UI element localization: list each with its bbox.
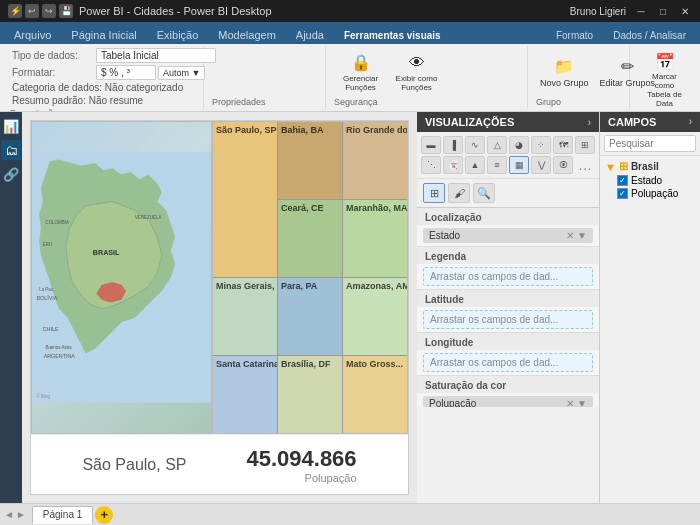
campos-search-input[interactable] bbox=[604, 135, 696, 152]
viz-icon-table[interactable]: ⊞ bbox=[575, 136, 595, 154]
status-values: 45.094.866 Polupação bbox=[246, 446, 356, 484]
viz-icon-treemap[interactable]: ▦ bbox=[509, 156, 529, 174]
treemap-label-ce: Ceará, CE bbox=[281, 203, 324, 213]
tab-dados[interactable]: Dados / Analisar bbox=[603, 27, 696, 44]
title-bar: ⚡ ↩ ↪ 💾 Power BI - Cidades - Power BI De… bbox=[0, 0, 700, 22]
tab-modelagem[interactable]: Modelagem bbox=[208, 26, 285, 44]
latitude-drop[interactable]: Arrastar os campos de dad... bbox=[423, 310, 593, 329]
viz-icon-slicer[interactable]: ≡ bbox=[487, 156, 507, 174]
nav-data[interactable]: 🗂 bbox=[1, 140, 21, 160]
nav-report[interactable]: 📊 bbox=[1, 116, 21, 136]
status-number: 45.094.866 bbox=[246, 446, 356, 472]
treemap-cell-am: Amazonas, AM bbox=[343, 278, 407, 355]
ribbon-group-formatacao: Tipo de dados: Tabela Inicial Formatar: … bbox=[4, 46, 204, 109]
localizacao-field[interactable]: Estado ✕ ▼ bbox=[423, 228, 593, 243]
campos-cb-polupacao[interactable]: ✓ bbox=[617, 188, 628, 199]
viz-icon-pie[interactable]: ◕ bbox=[509, 136, 529, 154]
marcar-tabela-button[interactable]: 📅 Marcar como Tabela de Data bbox=[638, 48, 691, 110]
viz-icon-more[interactable]: … bbox=[575, 156, 595, 174]
exibir-como-button[interactable]: 👁 Exibir como Funções bbox=[390, 50, 443, 94]
tab-ferramentas[interactable]: Ferramentas visuais bbox=[334, 27, 451, 44]
ribbon-tabs: Arquivo Página Inicial Exibição Modelage… bbox=[0, 22, 700, 44]
viz-icon-scatter[interactable]: ⁘ bbox=[531, 136, 551, 154]
saturacao-label: Saturação da cor bbox=[417, 376, 599, 393]
legenda-label: Legenda bbox=[417, 247, 599, 264]
campos-group-brasil: ▼ ⊞ Brasil ✓ Estado ✓ Polupação bbox=[603, 159, 697, 200]
viz-and-campos: VISUALIZAÇÕES › ▬ ▐ ∿ △ ◕ ⁘ 🗺 ⊞ ⋱ 🃏 ▲ ≡ bbox=[417, 112, 700, 503]
svg-text:La Paz,: La Paz, bbox=[39, 287, 54, 292]
campos-title: CAMPOS bbox=[608, 116, 656, 128]
campos-cb-estado[interactable]: ✓ bbox=[617, 175, 628, 186]
minimize-button[interactable]: ─ bbox=[634, 4, 648, 18]
nav-left[interactable]: ◄ bbox=[4, 509, 14, 520]
nav-right[interactable]: ► bbox=[16, 509, 26, 520]
title-bar-right: Bruno Ligieri ─ □ ✕ bbox=[570, 4, 692, 18]
saturacao-field[interactable]: Polupação ✕ ▼ bbox=[423, 396, 593, 407]
viz-icon-map[interactable]: 🗺 bbox=[553, 136, 573, 154]
treemap-label-mt: Mato Gross... bbox=[346, 359, 403, 369]
viz-prop-fields[interactable]: ⊞ bbox=[423, 183, 445, 203]
longitude-drop[interactable]: Arrastar os campos de dad... bbox=[423, 353, 593, 372]
svg-text:CHILE: CHILE bbox=[43, 326, 59, 332]
campos-item-polupacao[interactable]: ✓ Polupação bbox=[603, 187, 697, 200]
legenda-drop[interactable]: Arrastar os campos de dad... bbox=[423, 267, 593, 286]
latitude-section: Latitude Arrastar os campos de dad... bbox=[417, 290, 599, 333]
tipo-dados-dropdown[interactable]: Tabela Inicial bbox=[96, 48, 216, 63]
campos-item-estado[interactable]: ✓ Estado bbox=[603, 174, 697, 187]
tab-formato[interactable]: Formato bbox=[546, 27, 603, 44]
treemap-cell-df: Brasília, DF bbox=[278, 356, 342, 433]
viz-icon-bar[interactable]: ▬ bbox=[421, 136, 441, 154]
nav-model[interactable]: 🔗 bbox=[1, 164, 21, 184]
localizacao-remove[interactable]: ✕ ▼ bbox=[566, 230, 587, 241]
ribbon-toolbar: Tipo de dados: Tabela Inicial Formatar: … bbox=[0, 44, 700, 112]
viz-icon-matrix[interactable]: ⋱ bbox=[421, 156, 441, 174]
formatar-auto[interactable]: Autom ▼ bbox=[158, 66, 205, 80]
viz-icon-card[interactable]: 🃏 bbox=[443, 156, 463, 174]
viz-prop-format[interactable]: 🖌 bbox=[448, 183, 470, 203]
treemap-label-sc: Santa Catarina, SC bbox=[216, 359, 277, 369]
tab-arquivo[interactable]: Arquivo bbox=[4, 26, 61, 44]
viz-icon-area[interactable]: △ bbox=[487, 136, 507, 154]
title-bar-icons: ⚡ ↩ ↪ 💾 bbox=[8, 4, 73, 18]
treemap-label-rn: Rio Grande do N... bbox=[346, 125, 407, 135]
treemap-cell-ce: Ceará, CE bbox=[278, 200, 342, 277]
campos-arrow[interactable]: › bbox=[689, 116, 692, 128]
saturacao-remove[interactable]: ✕ ▼ bbox=[566, 398, 587, 407]
formatar-value[interactable]: $ % , ³ bbox=[96, 65, 156, 80]
exibir-icon: 👁 bbox=[406, 52, 428, 74]
viz-panel-arrow[interactable]: › bbox=[588, 117, 591, 128]
campos-group-brasil-header[interactable]: ▼ ⊞ Brasil bbox=[603, 159, 697, 174]
viz-icon-line[interactable]: ∿ bbox=[465, 136, 485, 154]
viz-icon-col[interactable]: ▐ bbox=[443, 136, 463, 154]
viz-icon-funnel[interactable]: ⋁ bbox=[531, 156, 551, 174]
campos-label-estado: Estado bbox=[631, 175, 662, 186]
undo-button[interactable]: ↩ bbox=[25, 4, 39, 18]
treemap-cell-ma: Maranhão, MA bbox=[343, 200, 407, 277]
campos-group-name: Brasil bbox=[631, 161, 659, 172]
gerenciar-funcoes-button[interactable]: 🔒 Gerenciar Funções bbox=[334, 50, 387, 94]
viz-prop-analytics[interactable]: 🔍 bbox=[473, 183, 495, 203]
save-button[interactable]: 💾 bbox=[59, 4, 73, 18]
title-bar-left: ⚡ ↩ ↪ 💾 Power BI - Cidades - Power BI De… bbox=[8, 4, 272, 18]
tab-ajuda[interactable]: Ajuda bbox=[286, 26, 334, 44]
visualizations-title: VISUALIZAÇÕES bbox=[425, 116, 514, 128]
viz-icon-gauge[interactable]: ⦿ bbox=[553, 156, 573, 174]
redo-button[interactable]: ↪ bbox=[42, 4, 56, 18]
novo-grupo-label: Novo Grupo bbox=[540, 78, 589, 88]
treemap-cell-mg: Minas Gerais, MG bbox=[213, 278, 277, 355]
treemap-visual[interactable]: São Paulo, SP Bahia, BA Rio Grande do N.… bbox=[212, 121, 408, 434]
categoria-label: Categoria de dados: Não categorizado bbox=[12, 82, 183, 93]
nav-arrows: ◄ ► bbox=[4, 509, 26, 520]
add-page-button[interactable]: + bbox=[95, 506, 113, 524]
viz-icon-kpi[interactable]: ▲ bbox=[465, 156, 485, 174]
treemap-label-sp: São Paulo, SP bbox=[216, 125, 277, 135]
tab-inicial[interactable]: Página Inicial bbox=[61, 26, 146, 44]
map-visual[interactable]: BRASIL COLOMBIA ERU La Paz, BOLÍVIA CHIL… bbox=[31, 121, 212, 434]
formatar-row: Formatar: $ % , ³ Autom ▼ bbox=[12, 65, 216, 80]
page-tab-1[interactable]: Página 1 bbox=[32, 506, 93, 524]
tab-exibicao[interactable]: Exibição bbox=[147, 26, 209, 44]
maximize-button[interactable]: □ bbox=[656, 4, 670, 18]
close-button[interactable]: ✕ bbox=[678, 4, 692, 18]
novo-grupo-button[interactable]: 📁 Novo Grupo bbox=[536, 54, 593, 90]
saturacao-section: Saturação da cor Polupação ✕ ▼ bbox=[417, 376, 599, 407]
